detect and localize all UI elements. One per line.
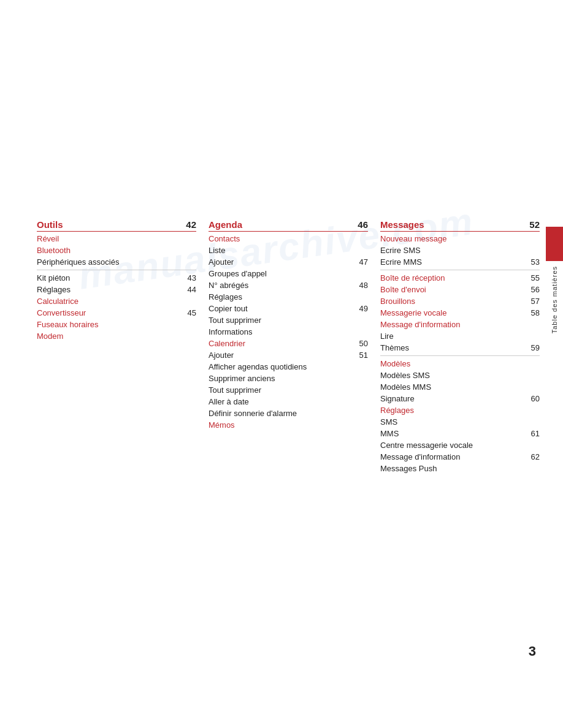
- section-header-messages: Messages 52: [380, 219, 540, 232]
- item-number: 47: [359, 257, 368, 267]
- list-item: Copier tout 49: [209, 303, 368, 314]
- item-label: Nouveau message: [380, 234, 446, 243]
- list-item: Informations: [209, 326, 368, 338]
- list-item: SMS: [380, 416, 540, 428]
- list-item: Réglages 44: [37, 284, 196, 295]
- list-item: Ecrire MMS 53: [380, 256, 540, 268]
- item-label: Modèles SMS: [380, 371, 430, 380]
- list-item: Définir sonnerie d'alarme: [209, 408, 368, 419]
- list-item: Boîte d'envoi 56: [380, 284, 540, 295]
- item-label: Messagerie vocale: [380, 308, 446, 317]
- item-label: Boîte de réception: [380, 273, 445, 282]
- col-agenda: Agenda 46 Contacts Liste Ajouter 47 Grou…: [209, 219, 380, 474]
- item-label: Mémos: [209, 420, 235, 430]
- item-label: Message d'information: [380, 320, 460, 329]
- item-label: Messages Push: [380, 464, 437, 473]
- item-label: Modem: [37, 332, 63, 341]
- item-label: Modèles: [380, 359, 410, 368]
- item-label: Modèles MMS: [380, 382, 431, 392]
- list-item: Groupes d'appel: [209, 268, 368, 279]
- item-number: 48: [359, 281, 368, 290]
- side-tab: Table des matières: [546, 227, 563, 398]
- item-label: SMS: [380, 417, 397, 427]
- list-item: Réveil: [37, 233, 196, 245]
- list-item: Afficher agendas quotidiens: [209, 361, 368, 373]
- item-number: 58: [531, 308, 540, 317]
- item-label: Calendrier: [209, 339, 245, 348]
- list-item: Ajouter 51: [209, 349, 368, 361]
- item-label: Lire: [380, 332, 394, 341]
- list-item: Modèles: [380, 358, 540, 370]
- list-item: N° abrégés 48: [209, 279, 368, 291]
- list-item: Ecrire SMS: [380, 245, 540, 256]
- item-number: 61: [531, 429, 540, 438]
- section-number-agenda: 46: [358, 219, 368, 230]
- item-number: 53: [531, 257, 540, 267]
- list-item: Mémos: [209, 419, 368, 431]
- list-item: Brouillons 57: [380, 295, 540, 307]
- item-label: Copier tout: [209, 304, 248, 313]
- item-label: Convertisseur: [37, 308, 86, 317]
- item-number: 56: [531, 285, 540, 294]
- list-item: Messagerie vocale 58: [380, 307, 540, 319]
- item-label: Centre messagerie vocale: [380, 441, 473, 450]
- list-item: Tout supprimer: [209, 384, 368, 396]
- list-item: Calendrier 50: [209, 338, 368, 349]
- item-label: Ecrire MMS: [380, 257, 422, 267]
- item-label: Contacts: [209, 234, 240, 243]
- list-item: Centre messagerie vocale: [380, 439, 540, 451]
- section-header-agenda: Agenda 46: [209, 219, 368, 232]
- list-item: Contacts: [209, 233, 368, 245]
- item-label: Ajouter: [209, 351, 234, 360]
- section-number-outils: 42: [186, 219, 196, 230]
- list-item: Messages Push: [380, 463, 540, 474]
- content-area: Outils 42 Réveil Bluetooth Périphériques…: [37, 219, 540, 474]
- list-item: Kit piéton 43: [37, 272, 196, 284]
- item-label: MMS: [380, 429, 399, 438]
- item-label: Supprimer anciens: [209, 374, 275, 383]
- item-label: Aller à date: [209, 397, 249, 406]
- section-title-outils: Outils: [37, 219, 63, 230]
- item-number: 49: [359, 304, 368, 313]
- list-item: Modèles MMS: [380, 381, 540, 393]
- side-tab-text: Table des matières: [551, 266, 558, 333]
- col-outils: Outils 42 Réveil Bluetooth Périphériques…: [37, 219, 209, 474]
- list-item: Convertisseur 45: [37, 307, 196, 319]
- divider: [380, 355, 540, 356]
- list-item: Thèmes 59: [380, 342, 540, 354]
- list-item: Ajouter 47: [209, 256, 368, 268]
- list-item: Supprimer anciens: [209, 373, 368, 384]
- list-item: Boîte de réception 55: [380, 272, 540, 284]
- list-item: Nouveau message: [380, 233, 540, 245]
- list-item: Message d'information 62: [380, 451, 540, 463]
- item-label: Tout supprimer: [209, 385, 261, 395]
- list-item: Réglages: [380, 404, 540, 416]
- item-label: Boîte d'envoi: [380, 285, 426, 294]
- item-number: 44: [188, 285, 196, 294]
- section-header-outils: Outils 42: [37, 219, 196, 232]
- item-label: Afficher agendas quotidiens: [209, 362, 307, 371]
- item-number: 62: [531, 452, 540, 461]
- page-number: 3: [529, 643, 536, 659]
- item-label: Définir sonnerie d'alarme: [209, 409, 297, 418]
- list-item: Message d'information: [380, 319, 540, 330]
- list-item: Calculatrice: [37, 295, 196, 307]
- item-label: Bluetooth: [37, 246, 71, 255]
- section-number-messages: 52: [529, 219, 540, 230]
- list-item: Modèles SMS: [380, 370, 540, 381]
- list-item: Fuseaux horaires: [37, 319, 196, 330]
- list-item: Réglages: [209, 291, 368, 303]
- item-number: 57: [531, 297, 540, 306]
- item-number: 45: [188, 308, 196, 317]
- item-label: Liste: [209, 246, 225, 255]
- list-item: Lire: [380, 330, 540, 342]
- list-item: Liste: [209, 245, 368, 256]
- item-label: Message d'information: [380, 452, 460, 461]
- list-item: Périphériques associés: [37, 256, 196, 268]
- item-label: Brouillons: [380, 297, 415, 306]
- item-number: 59: [531, 343, 540, 352]
- list-item: Aller à date: [209, 396, 368, 408]
- item-number: 55: [531, 273, 540, 282]
- section-title-agenda: Agenda: [209, 219, 242, 230]
- item-label: Groupes d'appel: [209, 269, 267, 278]
